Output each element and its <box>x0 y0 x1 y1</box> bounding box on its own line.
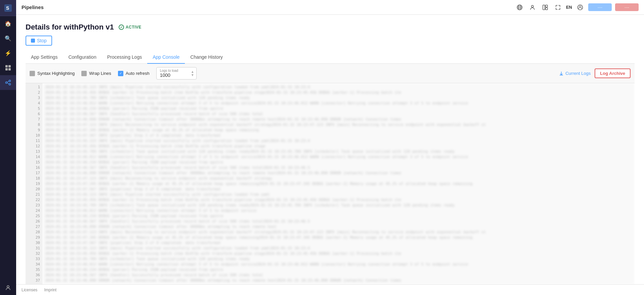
wrap-lines-label: Wrap Lines <box>89 71 111 76</box>
content-area: Details for withPython v1 ✓ ACTIVE Stop … <box>16 15 644 284</box>
svg-point-7 <box>9 80 11 82</box>
imprint-link[interactable]: Imprint <box>44 288 56 292</box>
svg-point-22 <box>579 6 581 7</box>
layout-icon[interactable] <box>540 3 550 12</box>
sidebar: S 🏠 🔍 ⚡ <box>0 0 16 295</box>
svg-point-11 <box>7 286 9 288</box>
svg-point-8 <box>9 84 11 85</box>
tab-configuration[interactable]: Configuration <box>63 51 102 64</box>
topbar: Pipelines <box>16 0 644 15</box>
tab-app-console[interactable]: App Console <box>147 51 185 64</box>
wrap-lines-checkbox[interactable] <box>81 71 87 76</box>
sidebar-item-users[interactable] <box>0 280 16 295</box>
stop-button[interactable]: Stop <box>26 36 52 46</box>
page-header: Details for withPython v1 ✓ ACTIVE <box>26 23 635 32</box>
syntax-highlighting-control[interactable]: Syntax Highlighting <box>30 71 75 76</box>
tab-processing-logs[interactable]: Processing Logs <box>102 51 148 64</box>
logs-to-load-label: Logs to load <box>160 69 193 72</box>
svg-rect-18 <box>543 5 545 10</box>
right-toolbar: Current Logs Log Archive <box>559 68 631 78</box>
svg-point-6 <box>6 82 7 84</box>
stop-label: Stop <box>37 38 47 43</box>
topbar-icons: EN ···· ···· <box>515 3 639 12</box>
syntax-highlighting-checkbox[interactable] <box>30 71 35 76</box>
sidebar-item-data[interactable] <box>0 60 16 75</box>
footer: Licenses Imprint <box>16 284 644 295</box>
account-icon[interactable] <box>575 3 585 12</box>
sidebar-item-search[interactable]: 🔍 <box>0 31 16 46</box>
line-numbers: 1234567891011121314151617181920212223242… <box>26 83 42 284</box>
status-check-icon: ✓ <box>119 24 124 30</box>
topbar-title: Pipelines <box>22 4 511 10</box>
logs-to-load-spinner[interactable]: Logs to load 1000 ▲▼ <box>156 67 197 80</box>
svg-point-17 <box>531 5 533 7</box>
auto-refresh-checkbox[interactable]: ✓ <box>118 71 123 76</box>
sidebar-item-pipelines[interactable] <box>0 75 16 90</box>
svg-rect-2 <box>5 65 8 67</box>
svg-line-10 <box>7 83 9 84</box>
main-content: Pipelines <box>16 0 644 295</box>
svg-rect-20 <box>546 8 548 10</box>
svg-rect-4 <box>5 68 8 70</box>
stop-icon <box>31 39 35 43</box>
status-badge: ✓ ACTIVE <box>119 24 142 30</box>
page-title: Details for withPython v1 <box>26 23 114 32</box>
licenses-link[interactable]: Licenses <box>22 288 37 292</box>
auto-refresh-label: Auto refresh <box>126 71 150 76</box>
globe-icon[interactable] <box>515 3 524 12</box>
svg-rect-5 <box>8 68 11 70</box>
log-archive-button[interactable]: Log Archive <box>595 68 631 78</box>
tab-app-settings[interactable]: App Settings <box>26 51 63 64</box>
tabs: App Settings Configuration Processing Lo… <box>26 51 635 64</box>
svg-text:S: S <box>6 5 9 11</box>
current-logs-label: Current Logs <box>565 71 591 76</box>
language-selector[interactable]: EN <box>566 5 572 10</box>
log-toolbar: Syntax Highlighting Wrap Lines ✓ Auto re… <box>26 64 635 83</box>
auto-refresh-control[interactable]: ✓ Auto refresh <box>118 71 150 76</box>
status-label: ACTIVE <box>126 25 142 30</box>
log-viewer: 1234567891011121314151617181920212223242… <box>26 83 635 284</box>
person-icon[interactable] <box>528 3 537 12</box>
topbar-logout-btn[interactable]: ···· <box>615 3 639 11</box>
sidebar-item-modules[interactable]: ⚡ <box>0 46 16 60</box>
svg-line-9 <box>7 81 9 82</box>
syntax-highlighting-label: Syntax Highlighting <box>37 71 75 76</box>
wrap-lines-control[interactable]: Wrap Lines <box>81 71 111 76</box>
log-content[interactable]: 2024-01-15 10:23:45.123 INFO [main] Pipe… <box>42 83 635 284</box>
topbar-action-btn[interactable]: ···· <box>588 3 612 11</box>
sidebar-item-home[interactable]: 🏠 <box>0 16 16 31</box>
svg-rect-19 <box>546 5 548 7</box>
sidebar-logo: S <box>0 0 16 16</box>
logs-to-load-arrows[interactable]: ▲▼ <box>191 70 194 77</box>
current-logs-button[interactable]: Current Logs <box>559 71 591 76</box>
logs-to-load-value: 1000 <box>160 72 193 78</box>
tab-change-history[interactable]: Change History <box>185 51 228 64</box>
expand-icon[interactable] <box>553 3 563 12</box>
svg-rect-3 <box>8 65 11 67</box>
